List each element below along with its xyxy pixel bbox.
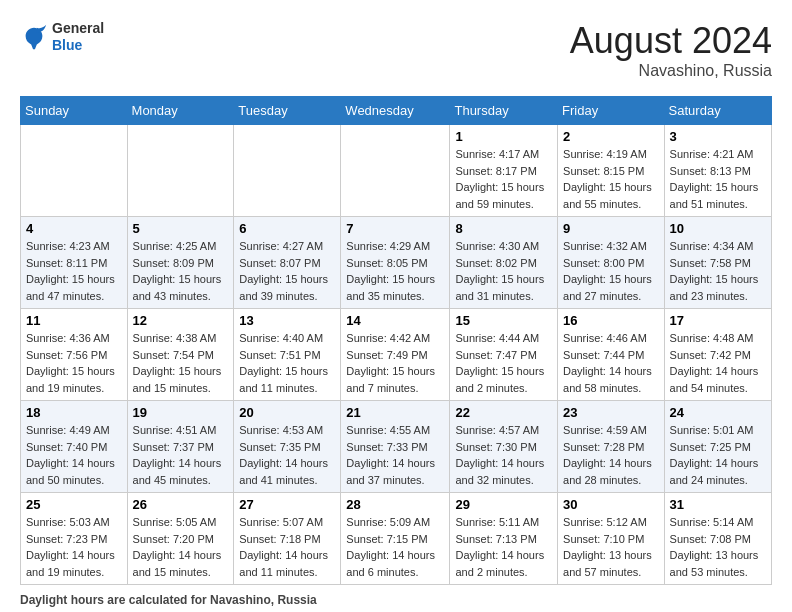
sunset-value: 8:15 PM [603,165,644,177]
sunrise-value: 5:09 AM [390,516,430,528]
day-info: Sunrise: 4:19 AM Sunset: 8:15 PM Dayligh… [563,146,659,212]
sunrise-value: 4:29 AM [390,240,430,252]
day-number: 26 [133,497,229,512]
sunrise-value: 4:17 AM [499,148,539,160]
sunset-label: Sunset: [346,349,386,361]
sunrise-label: Sunrise: [455,240,498,252]
day-number: 23 [563,405,659,420]
sunset-label: Sunset: [563,533,603,545]
sunrise-label: Sunrise: [239,516,282,528]
day-number: 15 [455,313,552,328]
day-number: 3 [670,129,766,144]
table-row: 15 Sunrise: 4:44 AM Sunset: 7:47 PM Dayl… [450,309,558,401]
daylight-label: Daylight: [455,273,501,285]
sunrise-value: 4:53 AM [283,424,323,436]
sunset-value: 7:40 PM [66,441,107,453]
sunrise-value: 5:07 AM [283,516,323,528]
sunset-label: Sunset: [670,165,710,177]
sunset-value: 8:13 PM [710,165,751,177]
sunset-value: 7:10 PM [603,533,644,545]
day-info: Sunrise: 4:46 AM Sunset: 7:44 PM Dayligh… [563,330,659,396]
sunset-value: 8:11 PM [66,257,107,269]
sunset-label: Sunset: [26,533,66,545]
day-info: Sunrise: 4:57 AM Sunset: 7:30 PM Dayligh… [455,422,552,488]
day-number: 1 [455,129,552,144]
sunset-label: Sunset: [133,257,173,269]
daylight-label: Daylight: [346,457,392,469]
day-info: Sunrise: 5:09 AM Sunset: 7:15 PM Dayligh… [346,514,444,580]
day-info: Sunrise: 4:40 AM Sunset: 7:51 PM Dayligh… [239,330,335,396]
day-info: Sunrise: 4:44 AM Sunset: 7:47 PM Dayligh… [455,330,552,396]
sunset-label: Sunset: [455,257,495,269]
day-info: Sunrise: 4:32 AM Sunset: 8:00 PM Dayligh… [563,238,659,304]
day-number: 9 [563,221,659,236]
daylight-label: Daylight: [239,273,285,285]
table-row: 29 Sunrise: 5:11 AM Sunset: 7:13 PM Dayl… [450,493,558,585]
sunset-value: 7:15 PM [387,533,428,545]
sunrise-label: Sunrise: [563,148,606,160]
logo-icon [20,23,48,51]
sunset-value: 7:25 PM [710,441,751,453]
day-info: Sunrise: 5:14 AM Sunset: 7:08 PM Dayligh… [670,514,766,580]
sunset-label: Sunset: [346,257,386,269]
sunset-value: 8:00 PM [603,257,644,269]
sunrise-label: Sunrise: [455,424,498,436]
day-number: 6 [239,221,335,236]
daylight-label: Daylight: [346,549,392,561]
week-row-1: 1 Sunrise: 4:17 AM Sunset: 8:17 PM Dayli… [21,125,772,217]
day-number: 13 [239,313,335,328]
daylight-label: Daylight: [563,549,609,561]
day-number: 25 [26,497,122,512]
sunrise-value: 4:40 AM [283,332,323,344]
sunset-label: Sunset: [133,441,173,453]
day-info: Sunrise: 4:55 AM Sunset: 7:33 PM Dayligh… [346,422,444,488]
day-number: 11 [26,313,122,328]
day-number: 12 [133,313,229,328]
sunrise-value: 4:55 AM [390,424,430,436]
sunrise-label: Sunrise: [346,424,389,436]
sunrise-label: Sunrise: [563,240,606,252]
sunrise-value: 5:03 AM [69,516,109,528]
sunrise-value: 4:44 AM [499,332,539,344]
sunset-value: 7:30 PM [496,441,537,453]
table-row: 18 Sunrise: 4:49 AM Sunset: 7:40 PM Dayl… [21,401,128,493]
day-number: 27 [239,497,335,512]
daylight-label: Daylight: [133,273,179,285]
sunset-label: Sunset: [455,441,495,453]
table-row: 10 Sunrise: 4:34 AM Sunset: 7:58 PM Dayl… [664,217,771,309]
sunrise-label: Sunrise: [670,424,713,436]
daylight-label: Daylight: [26,457,72,469]
table-row: 16 Sunrise: 4:46 AM Sunset: 7:44 PM Dayl… [558,309,665,401]
sunrise-label: Sunrise: [133,240,176,252]
sunset-value: 7:08 PM [710,533,751,545]
col-sunday: Sunday [21,97,128,125]
sunset-label: Sunset: [26,349,66,361]
day-number: 19 [133,405,229,420]
day-info: Sunrise: 4:42 AM Sunset: 7:49 PM Dayligh… [346,330,444,396]
daylight-label: Daylight: [563,365,609,377]
table-row: 30 Sunrise: 5:12 AM Sunset: 7:10 PM Dayl… [558,493,665,585]
daylight-label: Daylight: [26,273,72,285]
daylight-label: Daylight: [455,365,501,377]
sunset-label: Sunset: [133,349,173,361]
sunset-value: 7:33 PM [387,441,428,453]
sunset-label: Sunset: [670,349,710,361]
sunrise-label: Sunrise: [133,332,176,344]
day-number: 4 [26,221,122,236]
sunrise-label: Sunrise: [239,424,282,436]
col-thursday: Thursday [450,97,558,125]
footer-note: Daylight hours are calculated for Navash… [20,593,772,607]
col-wednesday: Wednesday [341,97,450,125]
sunrise-label: Sunrise: [455,516,498,528]
sunrise-value: 4:57 AM [499,424,539,436]
table-row: 7 Sunrise: 4:29 AM Sunset: 8:05 PM Dayli… [341,217,450,309]
sunset-label: Sunset: [563,165,603,177]
daylight-label: Daylight: [670,273,716,285]
table-row: 23 Sunrise: 4:59 AM Sunset: 7:28 PM Dayl… [558,401,665,493]
sunset-value: 8:02 PM [496,257,537,269]
day-info: Sunrise: 4:53 AM Sunset: 7:35 PM Dayligh… [239,422,335,488]
sunset-value: 7:23 PM [66,533,107,545]
sunset-label: Sunset: [455,165,495,177]
sunset-value: 7:42 PM [710,349,751,361]
sunrise-label: Sunrise: [26,516,69,528]
